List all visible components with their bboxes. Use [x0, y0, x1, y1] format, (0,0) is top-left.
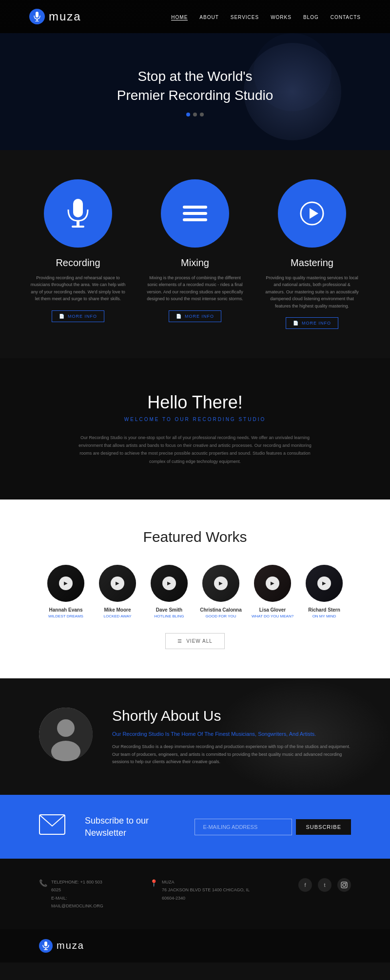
nav-item-works[interactable]: WORKS [271, 12, 292, 21]
work-song-4: WHAT DO YOU MEAN? [252, 614, 293, 618]
service-recording-desc: Providing recording and rehearsal space … [29, 274, 127, 303]
instagram-icon[interactable] [337, 878, 351, 892]
nav-item-services[interactable]: SERVICES [231, 12, 259, 21]
work-avatar-0[interactable]: ▶ [47, 565, 84, 602]
about-section: Shortly About Us Our Recording Studio Is… [0, 678, 390, 795]
service-recording: Recording Providing recording and rehear… [29, 179, 127, 329]
work-item-2: ▶ Dave Smith HOTLINE BLING [147, 565, 191, 618]
email-icon [39, 814, 65, 839]
subscribe-text: Subscribe to our Newsletter [85, 815, 175, 839]
svg-rect-18 [44, 942, 47, 946]
work-name-3: Christina Calonna [200, 607, 242, 613]
hello-section: Hello There! WELCOME TO OUR RECORDING ST… [0, 358, 390, 500]
subscribe-email-input[interactable] [195, 819, 292, 835]
doc-icon-2: 📄 [176, 314, 182, 319]
hero-dot-3[interactable] [200, 113, 204, 116]
work-name-1: Mike Moore [104, 607, 131, 613]
work-play-2[interactable]: ▶ [162, 576, 176, 590]
service-recording-title: Recording [56, 257, 100, 269]
nav-links: HOME ABOUT SERVICES WORKS BLOG CONTACTS [171, 12, 361, 21]
hero-content: Stop at the World's Premier Recording St… [117, 67, 273, 116]
nav-item-blog[interactable]: BLOG [303, 12, 319, 21]
work-avatar-1[interactable]: ▶ [99, 565, 136, 602]
about-desc: Our Recording Studio is a deep immersive… [112, 743, 351, 766]
work-song-1: LOCKED AWAY [103, 614, 131, 618]
doc-icon: 📄 [59, 314, 65, 319]
service-mixing-btn[interactable]: 📄 MORE INFO [169, 310, 221, 322]
svg-rect-19 [45, 948, 46, 949]
footer-contact-text: TELEPHONE: +1 800 503 6025 E-MAIL: MAIL@… [51, 878, 111, 910]
work-item-5: ▶ Richard Stern ON MY MIND [302, 565, 346, 618]
work-play-4[interactable]: ▶ [266, 576, 279, 590]
navbar: muza HOME ABOUT SERVICES WORKS BLOG CONT… [0, 0, 390, 33]
service-mixing: Mixing Mixing is the process of combinin… [146, 179, 244, 329]
about-photo [39, 708, 93, 761]
hero-section: Stop at the World's Premier Recording St… [0, 33, 390, 150]
svg-point-17 [346, 883, 347, 884]
hero-dot-2[interactable] [193, 113, 197, 116]
service-mixing-desc: Mixing is the process of combining the d… [146, 274, 244, 303]
works-grid: ▶ Hannah Evans WILDEST DREAMS ▶ Mike Moo… [20, 565, 370, 618]
svg-rect-7 [183, 212, 207, 215]
facebook-icon[interactable]: f [298, 878, 312, 892]
footer-address-text: MUZA 76 JACKSON BLVD STE 1400 CHICAGO, I… [162, 878, 259, 902]
view-all-button[interactable]: ☰ VIEW ALL [165, 633, 225, 649]
service-mastering-btn[interactable]: 📄 MORE INFO [286, 317, 338, 329]
hero-title: Stop at the World's Premier Recording St… [117, 67, 273, 105]
work-name-0: Hannah Evans [49, 607, 83, 613]
work-song-3: GOOD FOR YOU [206, 614, 236, 618]
svg-rect-0 [36, 12, 39, 18]
work-play-5[interactable]: ▶ [317, 576, 331, 590]
work-name-5: Richard Stern [308, 607, 340, 613]
svg-rect-5 [72, 226, 84, 228]
featured-works-section: Featured Works ▶ Hannah Evans WILDEST DR… [0, 500, 390, 678]
about-title: Shortly About Us [112, 708, 351, 724]
phone-icon: 📞 [39, 879, 47, 887]
nav-item-home[interactable]: HOME [171, 12, 188, 21]
location-icon: 📍 [150, 879, 158, 887]
work-item-4: ▶ Lisa Glover WHAT DO YOU MEAN? [251, 565, 294, 618]
work-avatar-4[interactable]: ▶ [254, 565, 291, 602]
services-section: Recording Providing recording and rehear… [0, 150, 390, 358]
hello-subtitle: WELCOME TO OUR RECORDING STUDIO [20, 417, 370, 422]
nav-item-about[interactable]: ABOUT [199, 12, 218, 21]
featured-title: Featured Works [20, 529, 370, 545]
work-item-3: ▶ Christina Calonna GOOD FOR YOU [199, 565, 243, 618]
hero-dot-1[interactable] [186, 113, 190, 116]
list-icon: ☰ [177, 638, 182, 644]
work-item-0: ▶ Hannah Evans WILDEST DREAMS [44, 565, 88, 618]
work-play-3[interactable]: ▶ [214, 576, 228, 590]
subscribe-section: Subscribe to our Newsletter SUBSCRIBE [0, 795, 390, 859]
work-play-1[interactable]: ▶ [111, 576, 124, 590]
svg-rect-1 [37, 19, 38, 21]
hero-dots [117, 113, 273, 116]
svg-rect-3 [73, 199, 83, 217]
twitter-icon[interactable]: t [318, 878, 332, 892]
doc-icon-3: 📄 [293, 321, 299, 326]
brand-name: muza [49, 10, 81, 23]
about-highlight: Our Recording Studio Is The Home Of The … [112, 730, 351, 739]
work-avatar-5[interactable]: ▶ [306, 565, 343, 602]
svg-marker-10 [310, 208, 318, 219]
nav-item-contacts[interactable]: CONTACTS [331, 12, 361, 21]
work-name-2: Dave Smith [156, 607, 182, 613]
work-song-5: ON MY MIND [312, 614, 336, 618]
nav-logo-icon [29, 9, 45, 24]
service-mastering-title: Mastering [291, 257, 333, 269]
footer-contact: 📞 TELEPHONE: +1 800 503 6025 E-MAIL: MAI… [39, 878, 111, 910]
svg-rect-8 [183, 218, 207, 221]
subscribe-title: Subscribe to our Newsletter [85, 815, 175, 839]
subscribe-button[interactable]: SUBSCRIBE [296, 819, 351, 835]
work-avatar-3[interactable]: ▶ [202, 565, 239, 602]
work-item-1: ▶ Mike Moore LOCKED AWAY [96, 565, 139, 618]
work-avatar-2[interactable]: ▶ [151, 565, 188, 602]
service-mixing-title: Mixing [181, 257, 209, 269]
svg-point-12 [57, 719, 75, 737]
service-recording-btn[interactable]: 📄 MORE INFO [52, 310, 104, 322]
svg-point-13 [51, 741, 80, 761]
footer-logo-icon [39, 939, 53, 953]
work-name-4: Lisa Glover [259, 607, 286, 613]
work-play-0[interactable]: ▶ [59, 576, 73, 590]
nav-logo[interactable]: muza [29, 9, 81, 24]
svg-rect-6 [183, 206, 207, 209]
